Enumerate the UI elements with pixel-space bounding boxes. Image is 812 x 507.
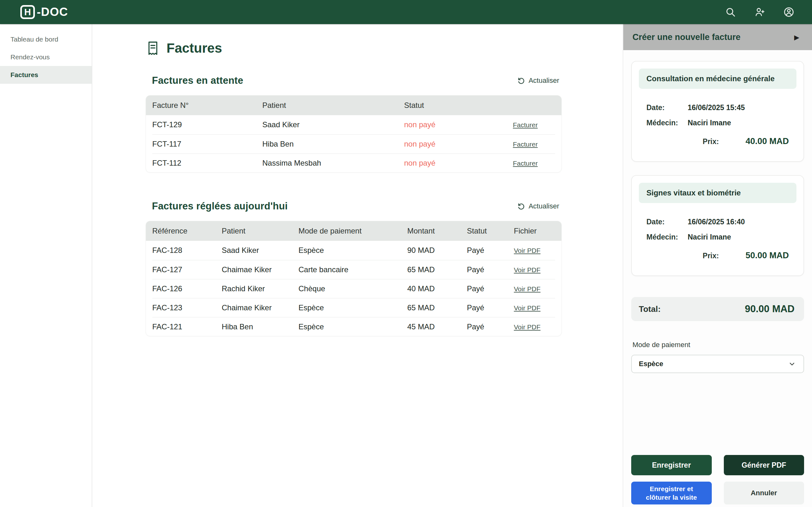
total-value: 90.00 MAD (745, 303, 795, 315)
invoice-number: FCT-117 (152, 139, 262, 149)
create-invoice-panel: Créer une nouvelle facture ▶ Consultatio… (623, 24, 812, 507)
payment-mode: Espèce (299, 322, 407, 331)
payment-mode: Chèque (299, 284, 407, 293)
payment-method-label: Mode de paiement (631, 341, 804, 349)
patient-name: Chaimae Kiker (222, 265, 299, 274)
sidebar: Tableau de bord Rendez-vous Factures (0, 24, 92, 507)
facturer-link[interactable]: Facturer (513, 140, 538, 148)
pending-invoices-table: Facture N° Patient Statut FCT-129 Saad K… (145, 95, 562, 173)
status-badge: Payé (467, 284, 514, 293)
table-row: FAC-121 Hiba Ben Espèce 45 MAD Payé Voir… (152, 317, 555, 336)
sidebar-item-rendez-vous[interactable]: Rendez-vous (0, 48, 92, 66)
status-badge: non payé (404, 120, 513, 129)
save-button[interactable]: Enregistrer (631, 455, 712, 475)
amount: 65 MAD (407, 265, 467, 274)
patient-name: Rachid Kiker (222, 284, 299, 293)
service-card-title: Consultation en médecine générale (639, 68, 797, 89)
logo-h-icon: H (20, 5, 35, 19)
settled-section-title: Factures réglées aujourd'hui (152, 201, 288, 212)
invoice-reference: FAC-123 (152, 303, 222, 312)
sidebar-item-factures[interactable]: Factures (0, 66, 92, 84)
voir-pdf-link[interactable]: Voir PDF (514, 285, 541, 292)
amount: 90 MAD (407, 246, 467, 255)
table-row: FAC-123 Chaimae Kiker Espèce 65 MAD Payé… (152, 298, 555, 317)
create-invoice-title: Créer une nouvelle facture (632, 33, 741, 42)
patient-name: Nassima Mesbah (262, 159, 404, 168)
payment-method-select[interactable]: Espèce (631, 355, 804, 373)
patient-name: Hiba Ben (262, 139, 404, 149)
refresh-label: Actualiser (528, 76, 559, 85)
user-circle-icon[interactable] (784, 7, 794, 17)
date-value: 16/06/2025 16:40 (688, 218, 745, 226)
facturer-link[interactable]: Facturer (513, 160, 538, 167)
app-body: Tableau de bord Rendez-vous Factures Fac… (0, 24, 812, 507)
logo-letter: H (24, 7, 31, 17)
settled-invoices-table: Référence Patient Mode de paiement Monta… (145, 221, 562, 336)
patient-name: Chaimae Kiker (222, 303, 299, 312)
medecin-label: Médecin: (646, 119, 688, 127)
voir-pdf-link[interactable]: Voir PDF (514, 247, 541, 254)
col-statut: Statut (404, 101, 513, 110)
prix-label: Prix: (702, 137, 719, 146)
col-montant: Montant (407, 227, 467, 235)
app-window: H -DOC Tableau de bord Rendez-vous Factu… (0, 0, 812, 507)
invoice-reference: FAC-121 (152, 322, 222, 331)
table-header-row: Facture N° Patient Statut (146, 96, 561, 115)
invoice-number: FCT-112 (152, 159, 262, 168)
medecin-value: Naciri Imane (688, 119, 731, 127)
service-card-signes-vitaux: Signes vitaux et biométrie Date: 16/06/2… (631, 175, 804, 276)
status-badge: non payé (404, 139, 513, 149)
payment-mode: Espèce (299, 246, 407, 255)
col-patient: Patient (222, 227, 299, 235)
date-value: 16/06/2025 15:45 (688, 103, 745, 112)
refresh-label: Actualiser (528, 202, 559, 210)
service-card-title: Signes vitaux et biométrie (639, 183, 797, 203)
patient-name: Hiba Ben (222, 322, 299, 331)
voir-pdf-link[interactable]: Voir PDF (514, 266, 541, 274)
voir-pdf-link[interactable]: Voir PDF (514, 323, 541, 331)
col-mode-paiement: Mode de paiement (299, 227, 407, 235)
invoice-reference: FAC-126 (152, 284, 222, 293)
generate-pdf-button[interactable]: Générer PDF (724, 455, 804, 475)
status-badge: Payé (467, 322, 514, 331)
topbar-actions (725, 7, 794, 17)
table-row: FCT-129 Saad Kiker non payé Facturer (152, 115, 555, 134)
payment-method-value: Espèce (639, 360, 663, 368)
col-facture-n: Facture N° (152, 101, 262, 110)
medecin-label: Médecin: (646, 233, 688, 241)
refresh-icon (517, 77, 525, 85)
total-label: Total: (639, 304, 661, 314)
refresh-settled-button[interactable]: Actualiser (517, 202, 559, 210)
save-and-close-visit-button[interactable]: Enregistrer et clôturer la visite (631, 482, 712, 504)
top-bar: H -DOC (0, 0, 812, 24)
prix-value: 50.00 MAD (745, 250, 789, 261)
amount: 45 MAD (407, 322, 467, 331)
cancel-button[interactable]: Annuler (724, 482, 804, 504)
settled-section-header: Factures réglées aujourd'hui Actualiser (145, 201, 562, 212)
page-title-text: Factures (167, 41, 222, 56)
col-reference: Référence (152, 227, 222, 235)
prix-label: Prix: (702, 251, 719, 260)
col-statut: Statut (467, 227, 514, 235)
create-invoice-header[interactable]: Créer une nouvelle facture ▶ (623, 24, 812, 50)
amount: 40 MAD (407, 284, 467, 293)
date-label: Date: (646, 103, 688, 112)
payment-mode: Carte bancaire (299, 265, 407, 274)
table-row: FAC-128 Saad Kiker Espèce 90 MAD Payé Vo… (152, 241, 555, 260)
chevron-right-icon: ▶ (794, 34, 799, 41)
user-plus-icon[interactable] (754, 7, 765, 17)
voir-pdf-link[interactable]: Voir PDF (514, 304, 541, 312)
app-logo[interactable]: H -DOC (20, 5, 68, 19)
table-row: FCT-117 Hiba Ben non payé Facturer (152, 134, 555, 153)
search-icon[interactable] (725, 7, 736, 17)
page-title: Factures (146, 41, 562, 56)
refresh-pending-button[interactable]: Actualiser (517, 76, 559, 85)
total-bar: Total: 90.00 MAD (631, 297, 804, 321)
pending-section-header: Factures en attente Actualiser (145, 75, 562, 86)
table-row: FAC-127 Chaimae Kiker Carte bancaire 65 … (152, 260, 555, 279)
invoice-reference: FAC-128 (152, 246, 222, 255)
status-badge: Payé (467, 246, 514, 255)
sidebar-item-tableau-de-bord[interactable]: Tableau de bord (0, 31, 92, 48)
receipt-icon (146, 41, 160, 56)
facturer-link[interactable]: Facturer (513, 121, 538, 128)
